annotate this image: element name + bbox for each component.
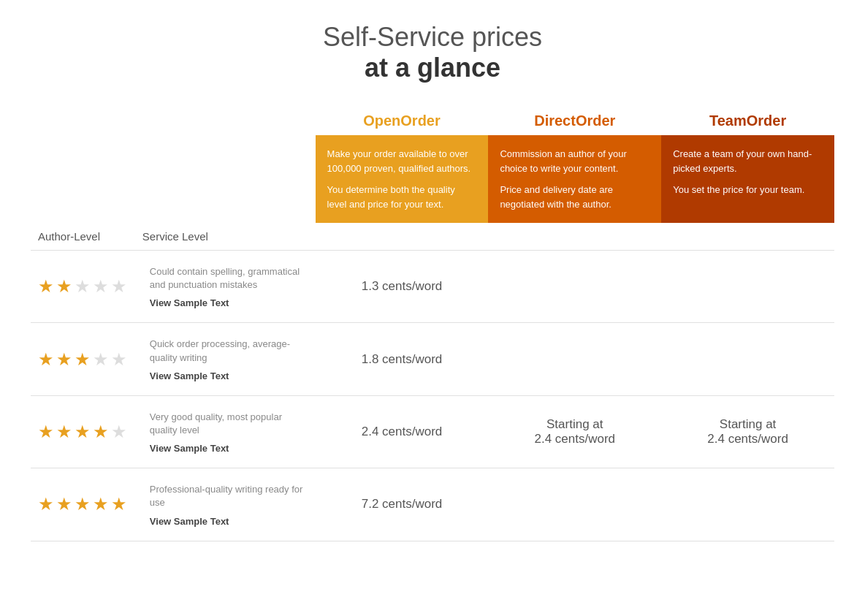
service-cell: Could contain spelling, grammatical and …: [142, 251, 316, 323]
star-empty: ★: [111, 351, 127, 368]
open-price-cell: 7.2 cents/word: [316, 468, 489, 541]
star-filled: ★: [56, 278, 72, 295]
author-level-label: Author-Level: [31, 223, 142, 251]
empty-author-desc: [31, 135, 142, 223]
stars: ★★★★★: [38, 351, 135, 368]
star-empty: ★: [111, 423, 127, 441]
star-empty: ★: [75, 278, 91, 295]
team-desc-p2: You set the price for your team.: [673, 183, 823, 197]
service-cell: Professional-quality writing ready for u…: [142, 468, 316, 541]
empty-author-header: [31, 113, 142, 135]
open-description-cell: Make your order available to over 100,00…: [316, 135, 489, 223]
table-row: ★★★★★ Quick order processing, average-qu…: [31, 323, 834, 395]
page-wrapper: Self-Service prices at a glance OpenOrde…: [31, 22, 834, 541]
star-filled: ★: [75, 495, 91, 513]
service-description: Professional-quality writing ready for u…: [150, 483, 308, 509]
star-filled: ★: [38, 495, 54, 513]
service-description: Quick order processing, average-quality …: [150, 338, 308, 364]
team-price-cell: [661, 323, 834, 395]
team-description-cell: Create a team of your own hand-picked ex…: [661, 135, 834, 223]
direct-desc-p2: Price and delivery date are negotiated w…: [500, 183, 649, 211]
star-filled: ★: [93, 495, 109, 513]
direct-description-cell: Commission an author of your choice to w…: [488, 135, 661, 223]
star-filled: ★: [111, 495, 127, 513]
team-order-header: TeamOrder: [661, 113, 834, 135]
star-filled: ★: [75, 351, 91, 368]
stars-cell: ★★★★★: [31, 323, 142, 395]
team-price-cell: Starting at2.4 cents/word: [661, 395, 834, 468]
main-title-block: Self-Service prices at a glance: [31, 22, 834, 83]
empty-service-desc: [142, 135, 316, 223]
open-price-cell: 1.8 cents/word: [316, 323, 489, 395]
star-filled: ★: [56, 351, 72, 368]
column-header-row: OpenOrder DirectOrder TeamOrder: [31, 113, 834, 135]
stars: ★★★★★: [38, 423, 135, 441]
direct-desc-p1: Commission an author of your choice to w…: [500, 147, 649, 175]
open-price-col-label: [316, 223, 489, 251]
open-price-cell: 1.3 cents/word: [316, 251, 489, 323]
title-bold: at a glance: [31, 53, 834, 83]
open-order-header: OpenOrder: [316, 113, 489, 135]
direct-order-header: DirectOrder: [488, 113, 661, 135]
table-row: ★★★★★ Professional-quality writing ready…: [31, 468, 834, 541]
direct-price-cell: [488, 323, 661, 395]
team-price-col-label: [661, 223, 834, 251]
view-sample-link[interactable]: View Sample Text: [150, 370, 229, 381]
star-filled: ★: [75, 423, 91, 441]
empty-service-header: [142, 113, 316, 135]
service-description: Could contain spelling, grammatical and …: [150, 265, 308, 292]
table-row: ★★★★★ Could contain spelling, grammatica…: [31, 251, 834, 323]
title-light: Self-Service prices: [31, 22, 834, 53]
open-desc-p2: You determine both the quality level and…: [327, 183, 477, 211]
service-cell: Quick order processing, average-quality …: [142, 323, 316, 395]
view-sample-link[interactable]: View Sample Text: [150, 443, 229, 454]
description-row: Make your order available to over 100,00…: [31, 135, 834, 223]
open-desc-p1: Make your order available to over 100,00…: [327, 147, 477, 175]
star-filled: ★: [38, 278, 54, 295]
direct-price-col-label: [488, 223, 661, 251]
star-filled: ★: [93, 423, 109, 441]
service-description: Very good quality, most popular quality …: [150, 411, 308, 437]
direct-price-cell: [488, 468, 661, 541]
star-empty: ★: [93, 351, 109, 368]
star-empty: ★: [93, 278, 109, 295]
stars-cell: ★★★★★: [31, 251, 142, 323]
direct-price-cell: Starting at2.4 cents/word: [488, 395, 661, 468]
team-price-cell: [661, 251, 834, 323]
star-filled: ★: [56, 495, 72, 513]
view-sample-link[interactable]: View Sample Text: [150, 516, 229, 527]
pricing-table: OpenOrder DirectOrder TeamOrder Make you…: [31, 113, 834, 541]
team-desc-p1: Create a team of your own hand-picked ex…: [673, 147, 823, 175]
star-empty: ★: [111, 278, 127, 295]
service-cell: Very good quality, most popular quality …: [142, 395, 316, 468]
open-price-cell: 2.4 cents/word: [316, 395, 489, 468]
stars-cell: ★★★★★: [31, 468, 142, 541]
stars: ★★★★★: [38, 495, 135, 513]
service-level-label: Service Level: [142, 223, 316, 251]
view-sample-link[interactable]: View Sample Text: [150, 297, 229, 308]
stars-cell: ★★★★★: [31, 395, 142, 468]
table-row: ★★★★★ Very good quality, most popular qu…: [31, 395, 834, 468]
star-filled: ★: [56, 423, 72, 441]
direct-price-cell: [488, 251, 661, 323]
team-price-cell: [661, 468, 834, 541]
stars: ★★★★★: [38, 278, 135, 295]
star-filled: ★: [38, 351, 54, 368]
star-filled: ★: [38, 423, 54, 441]
row-labels: Author-Level Service Level: [31, 223, 834, 251]
